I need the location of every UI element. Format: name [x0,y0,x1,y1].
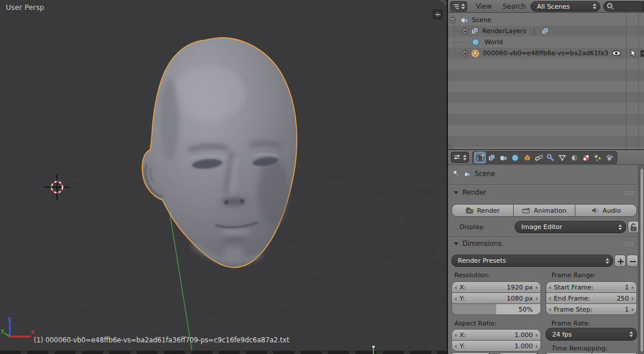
blender-window: User Persp (1) 000060-vb0=e48ffb6e-vs=ba… [0,0,644,354]
field-value: 250 [617,295,629,302]
outliner-row-world[interactable]: World [448,37,644,48]
visibility-eye-icon[interactable] [611,49,621,57]
lock-interface-button[interactable] [628,221,639,233]
outliner-search-field[interactable] [603,1,644,12]
texture-checker-icon [582,153,590,162]
expand-panel-button[interactable] [433,9,443,19]
outliner-item-label[interactable]: World [485,38,503,46]
audio-button[interactable]: Audio [575,204,637,217]
menu-search[interactable]: Search [503,2,526,10]
tab-physics[interactable] [604,152,615,163]
breadcrumb-label[interactable]: Scene [475,170,495,178]
renderlayer-data-icon[interactable] [541,27,550,35]
render-button[interactable]: Render [451,204,514,217]
add-preset-button[interactable] [614,255,626,267]
resolution-fields: X: 1920 px Y: 1080 px 50% [451,281,541,315]
resolution-x-field[interactable]: X: 1920 px [451,281,541,293]
particles-sparkles-icon [593,153,602,162]
tab-particles[interactable] [593,152,603,163]
display-value: Image Editor [521,223,563,231]
render-camera-icon [476,153,485,162]
properties-header [448,150,644,165]
outliner-row-object[interactable]: 000060-vb0=e48ffb6e-vs=ba2ad61fa36ff70 [448,48,644,59]
display-dropdown[interactable]: Image Editor [515,221,626,233]
resolution-percentage-slider[interactable]: 50% [451,303,541,315]
outliner-item-label[interactable]: RenderLayers [482,27,526,35]
frame-range-fields: Start Frame: 1 End Frame: 250 Frame Step… [546,281,637,315]
tab-render-layers[interactable] [486,152,497,163]
animation-button[interactable]: Animation [514,204,575,217]
end-frame-field[interactable]: End Frame: 250 [546,292,637,304]
editor-type-arrows [461,3,465,9]
collapse-triangle-icon [454,242,458,245]
start-frame-field[interactable]: Start Frame: 1 [546,281,637,293]
outliner-item-label[interactable]: 000060-vb0=e48ffb6e-vs=ba2ad61fa36ff70 [483,49,609,57]
tab-texture[interactable] [581,152,591,163]
axis-z-label: z [8,316,11,322]
tab-material[interactable] [569,152,579,163]
scene-selector-dropdown[interactable]: All Scenes [531,1,600,12]
field-label: End Frame: [554,295,590,302]
field-value: 1 [625,284,629,291]
search-input[interactable] [615,3,638,10]
collapse-expander[interactable] [449,17,456,23]
3d-viewport[interactable]: User Persp (1) 000060-vb0=e48ffb6e-vs=ba… [0,0,447,351]
tab-render[interactable] [475,152,485,163]
aspect-x-field[interactable]: X: 1.000 [451,329,541,341]
world-icon [471,38,480,47]
active-object-info: (1) 000060-vb0=e48ffb6e-vs=ba2ad61fa36ff… [34,336,289,344]
frame-range-label: Frame Range: [552,271,596,279]
panel-drag-grip[interactable] [624,191,633,195]
renderlayers-icon [471,27,479,35]
remove-preset-button[interactable] [627,255,638,267]
editor-type-selector[interactable] [450,1,467,12]
properties-scrollbar[interactable] [638,165,644,354]
clapperboard-icon [522,206,530,214]
aspect-ratio-label: Aspect Ratio: [454,320,497,327]
render-still-icon [465,206,474,214]
outliner-row-scene[interactable]: Scene [448,15,644,26]
editor-type-selector[interactable] [451,152,469,163]
tab-modifiers[interactable] [546,152,556,163]
panel-title: Render [462,188,486,196]
scrollbar-thumb[interactable] [640,168,644,352]
dimensions-panel-header[interactable]: Dimensions [454,239,501,248]
speaker-icon [591,206,599,214]
outliner-item-label[interactable]: Scene [472,16,492,24]
render-presets-dropdown[interactable]: Render Presets [451,255,613,267]
tab-object-data[interactable] [557,152,568,163]
panel-separator [448,184,644,185]
frame-step-field[interactable]: Frame Step: 1 [546,303,637,315]
expand-expander[interactable] [462,50,468,56]
aspect-y-field[interactable]: Y: 1.000 [451,340,541,352]
field-label: X: [460,331,466,339]
field-label: Y: [460,295,465,302]
3d-cursor [44,174,70,200]
axis-x-label: x [31,328,34,335]
region-split-handle[interactable] [449,142,456,149]
tab-scene[interactable] [499,152,509,163]
field-label: Start Frame: [554,284,593,291]
timeline-strip[interactable] [0,351,447,354]
tab-object[interactable] [522,152,532,163]
search-icon [606,2,615,11]
panel-separator [448,237,644,237]
field-value: 1.000 [515,342,533,350]
render-panel-header[interactable]: Render [454,188,486,196]
panel-drag-grip[interactable] [624,242,633,246]
timeline-playhead-marker [372,346,375,348]
outliner-row-renderlayers[interactable]: RenderLayers | [448,26,644,37]
resolution-y-field[interactable]: Y: 1080 px [451,292,541,304]
tab-world[interactable] [510,152,521,163]
axis-gizmo [4,321,31,337]
tab-constraints[interactable] [533,152,544,163]
field-value: 1920 px [507,284,533,291]
field-label: Frame Step: [554,306,593,313]
field-value: 1 [625,306,629,313]
pin-icon[interactable] [452,169,460,178]
expand-expander[interactable] [462,28,468,34]
menu-view[interactable]: View [476,2,492,10]
selectability-cursor-icon[interactable] [629,49,638,58]
frame-rate-dropdown[interactable]: 24 fps [546,328,637,341]
renderability-camera-icon[interactable] [641,49,644,58]
